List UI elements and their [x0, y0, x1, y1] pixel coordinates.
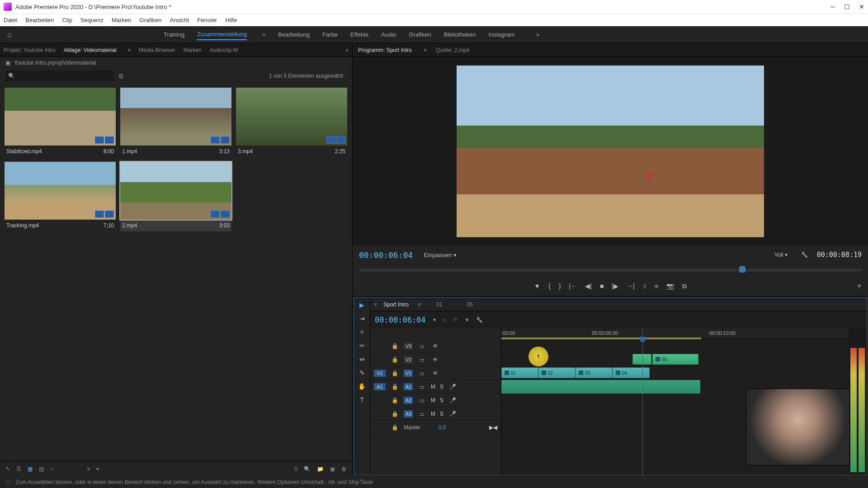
- freeform-view-icon[interactable]: ▤: [39, 466, 44, 472]
- sort-icon[interactable]: ≡: [87, 466, 90, 472]
- bin-icon[interactable]: ▣: [5, 60, 10, 66]
- timeline-wrench-icon[interactable]: 🔧: [476, 317, 483, 323]
- workspace-zusammenstellung[interactable]: Zusammenstellung: [197, 29, 247, 40]
- snap-icon[interactable]: ✦: [432, 317, 437, 323]
- clip-item[interactable]: 3.mp42:25: [236, 88, 347, 157]
- menu-sequenz[interactable]: Sequenz: [80, 17, 104, 23]
- list-view-icon[interactable]: ☰: [16, 466, 21, 472]
- linked-selection-icon[interactable]: ∩: [443, 317, 447, 323]
- add-button-icon[interactable]: +: [857, 282, 862, 291]
- tab-programm[interactable]: Programm: Sport Intro: [358, 47, 412, 53]
- track-header-v3[interactable]: 🔒V3⚏👁: [370, 339, 501, 353]
- menu-ansicht[interactable]: Ansicht: [170, 17, 189, 23]
- clip-item[interactable]: 1.mp43:13: [120, 88, 231, 157]
- step-forward-icon[interactable]: |▶: [612, 282, 618, 290]
- clip-item[interactable]: Tracking.mp47;10: [5, 162, 116, 231]
- track-header-a3[interactable]: 🔒A3⚏MS🎤: [370, 407, 501, 421]
- pen-icon[interactable]: ✎: [5, 466, 10, 472]
- panel-menu-icon[interactable]: ≡: [127, 47, 131, 53]
- zoom-slider-icon[interactable]: ○: [50, 466, 53, 472]
- menu-hilfe[interactable]: Hilfe: [225, 17, 237, 23]
- tab-ablage[interactable]: Ablage: Videomaterial: [64, 47, 117, 53]
- type-tool-icon[interactable]: T: [360, 396, 364, 404]
- export-frame-icon[interactable]: 📷: [666, 282, 674, 290]
- track-header-master[interactable]: 🔒Master0,0▶◀: [370, 421, 501, 434]
- step-back-icon[interactable]: ◀|: [585, 282, 592, 290]
- clip-item[interactable]: Stabilized.mp48;00: [5, 88, 116, 157]
- scrubber-handle[interactable]: [739, 266, 745, 272]
- sort-dropdown-icon[interactable]: ▾: [96, 466, 99, 472]
- workspace-farbe[interactable]: Farbe: [322, 29, 338, 40]
- go-to-out-icon[interactable]: →|: [627, 282, 635, 290]
- close-button[interactable]: ✕: [859, 3, 864, 10]
- workspace-bibliotheken[interactable]: Bibliotheken: [444, 29, 476, 40]
- menu-clip[interactable]: Clip: [62, 17, 72, 23]
- workspace-effekte[interactable]: Effekte: [350, 29, 368, 40]
- maximize-button[interactable]: ☐: [844, 3, 850, 10]
- mark-in-icon[interactable]: ▼: [534, 282, 540, 290]
- workspace-bearbeitung[interactable]: Bearbeitung: [278, 29, 310, 40]
- icon-view-icon[interactable]: ▦: [28, 466, 33, 472]
- tab-audioclip[interactable]: Audioclip-M: [210, 47, 238, 53]
- lift-icon[interactable]: ⎀: [643, 282, 646, 290]
- tab-media-browser[interactable]: Media-Browser: [139, 47, 175, 53]
- settings-icon[interactable]: 🔧: [801, 252, 808, 258]
- playhead[interactable]: [642, 328, 643, 475]
- delete-icon[interactable]: 🗑: [341, 466, 347, 472]
- menu-datei[interactable]: Datei: [4, 17, 17, 23]
- pen-tool-icon[interactable]: ✎: [359, 369, 365, 376]
- program-scrubber[interactable]: [353, 264, 868, 276]
- menu-fenster[interactable]: Fenster: [197, 17, 217, 23]
- tab-marken[interactable]: Marken: [184, 47, 202, 53]
- automate-icon[interactable]: ⎘: [294, 466, 297, 472]
- timeline-menu-icon[interactable]: ≡: [418, 301, 421, 308]
- fit-dropdown[interactable]: Einpassen ▾: [424, 252, 457, 258]
- selection-tool-icon[interactable]: ▶: [359, 301, 364, 309]
- workspace-overflow-icon[interactable]: »: [536, 32, 539, 38]
- sequence-tab[interactable]: Sport Intro: [383, 301, 409, 308]
- close-seq-icon[interactable]: ×: [374, 301, 377, 308]
- menu-marken[interactable]: Marken: [112, 17, 131, 23]
- workspace-instagram[interactable]: Instagram: [489, 29, 515, 40]
- new-bin-button[interactable]: 📁: [317, 466, 324, 472]
- search-input[interactable]: [5, 70, 114, 81]
- ripple-tool-icon[interactable]: ✧: [359, 328, 365, 336]
- marker-icon[interactable]: ⚐: [453, 317, 458, 323]
- razor-tool-icon[interactable]: ✂: [359, 342, 365, 349]
- extract-icon[interactable]: ⎆: [655, 282, 658, 290]
- clip-item-selected[interactable]: 2.mp43:03: [120, 162, 231, 231]
- tab-quelle[interactable]: Quelle: 2.mp4: [436, 47, 470, 53]
- program-menu-icon[interactable]: ≡: [424, 47, 427, 53]
- track-header-a1[interactable]: A1🔒A1⚏MS🎤: [370, 380, 501, 394]
- find-icon[interactable]: 🔍: [304, 466, 311, 472]
- comparison-icon[interactable]: ⧉: [682, 282, 687, 290]
- workspace-grafiken[interactable]: Grafiken: [409, 29, 431, 40]
- workspace-menu-icon[interactable]: ≡: [262, 32, 265, 38]
- panel-overflow-icon[interactable]: »: [345, 47, 349, 53]
- stop-icon[interactable]: ■: [600, 282, 604, 290]
- hand-tool-icon[interactable]: ✋: [358, 383, 366, 390]
- zoom-dropdown[interactable]: Voll ▾: [774, 252, 788, 258]
- tab-projekt[interactable]: Projekt: Youtube Intro: [4, 47, 56, 53]
- mark-in-button[interactable]: {: [548, 282, 551, 290]
- track-header-v1[interactable]: V1🔒V1⚏👁: [370, 366, 501, 380]
- workspace-training[interactable]: Training: [164, 29, 184, 40]
- timeline-timecode[interactable]: 00:00:06:04: [375, 315, 426, 324]
- seq-tab-05[interactable]: 05: [467, 301, 472, 308]
- new-bin-icon[interactable]: ▥: [118, 73, 123, 79]
- track-select-icon[interactable]: ⇥: [359, 315, 365, 322]
- timecode-in[interactable]: 00:00:06:04: [359, 250, 413, 260]
- workspace-audio[interactable]: Audio: [381, 29, 396, 40]
- slip-tool-icon[interactable]: ⇔: [359, 356, 365, 363]
- home-icon[interactable]: ⌂: [7, 31, 12, 39]
- timeline-settings-icon[interactable]: ▼: [464, 317, 470, 323]
- go-to-in-icon[interactable]: |←: [569, 282, 577, 290]
- program-monitor[interactable]: [353, 57, 868, 245]
- mark-out-button[interactable]: }: [559, 282, 561, 290]
- timeline-ruler[interactable]: :00:00 00:00:05:00 00:00:10:00: [501, 328, 849, 339]
- seq-tab-01[interactable]: 01: [436, 301, 442, 308]
- track-header-a2[interactable]: 🔒A2⚏MS🎤: [370, 394, 501, 407]
- minimize-button[interactable]: ─: [830, 3, 835, 10]
- menu-bearbeiten[interactable]: Bearbeiten: [25, 17, 54, 23]
- new-item-icon[interactable]: ▣: [330, 466, 335, 472]
